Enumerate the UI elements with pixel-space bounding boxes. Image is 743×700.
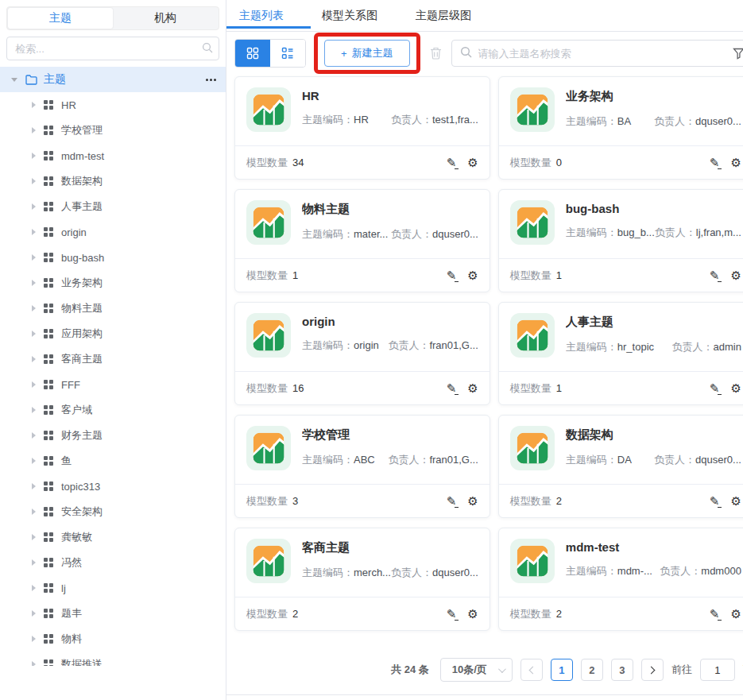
edit-icon[interactable]: ✎ bbox=[447, 608, 457, 620]
settings-gear-icon[interactable]: ⚙ bbox=[730, 382, 741, 394]
chevron-right-icon[interactable] bbox=[32, 254, 36, 261]
tree-item[interactable]: 应用架构 bbox=[0, 321, 226, 346]
topic-card[interactable]: HR 主题编码：HR 负责人：test1,fra... bbox=[234, 76, 490, 180]
topic-card[interactable]: 学校管理 主题编码：ABC 负责人：fran01,G... bbox=[234, 415, 490, 518]
edit-icon[interactable]: ✎ bbox=[710, 382, 720, 394]
chevron-right-icon[interactable] bbox=[32, 229, 36, 235]
tree-item[interactable]: origin bbox=[0, 219, 226, 245]
tree-item[interactable]: 数据架构 bbox=[0, 168, 226, 194]
tree-item[interactable]: 龚敏敏 bbox=[0, 524, 226, 550]
chevron-down-icon[interactable] bbox=[11, 78, 17, 82]
chevron-right-icon[interactable] bbox=[32, 407, 36, 413]
tree-item[interactable]: 财务主题 bbox=[0, 423, 226, 448]
edit-icon[interactable]: ✎ bbox=[710, 495, 720, 507]
tab-model-relation-graph[interactable]: 模型关系图 bbox=[322, 1, 377, 31]
page-button-2[interactable]: 2 bbox=[581, 659, 603, 681]
page-button-3[interactable]: 3 bbox=[611, 659, 633, 681]
edit-icon[interactable]: ✎ bbox=[447, 157, 457, 168]
prev-page-button[interactable] bbox=[520, 659, 543, 681]
topic-owner-value: test1,fra... bbox=[432, 114, 478, 126]
tree-item[interactable]: 鱼 bbox=[0, 448, 226, 474]
chevron-right-icon[interactable] bbox=[32, 636, 36, 642]
topic-card[interactable]: bug-bash 主题编码：bug_b... 负责人：lj,fran,m... bbox=[498, 189, 743, 292]
sidebar-tab-org[interactable]: 机构 bbox=[113, 8, 218, 29]
tree-item-label: 应用架构 bbox=[61, 327, 103, 341]
topic-card[interactable]: 人事主题 主题编码：hr_topic 负责人：admin bbox=[498, 302, 743, 405]
settings-gear-icon[interactable]: ⚙ bbox=[467, 269, 478, 281]
tree-item[interactable]: 题丰 bbox=[0, 601, 226, 626]
tab-topic-hierarchy-graph[interactable]: 主题层级图 bbox=[416, 1, 471, 31]
edit-icon[interactable]: ✎ bbox=[710, 269, 720, 281]
tree-item[interactable]: topic313 bbox=[0, 474, 226, 499]
more-options-icon[interactable] bbox=[206, 75, 216, 84]
next-page-button[interactable] bbox=[641, 659, 664, 681]
tree-item[interactable]: 学校管理 bbox=[0, 118, 226, 143]
tree-item[interactable]: FFF bbox=[0, 372, 226, 397]
chevron-right-icon[interactable] bbox=[32, 102, 36, 108]
settings-gear-icon[interactable]: ⚙ bbox=[730, 157, 741, 168]
chevron-right-icon[interactable] bbox=[32, 534, 36, 540]
filter-icon[interactable] bbox=[733, 48, 743, 60]
settings-gear-icon[interactable]: ⚙ bbox=[467, 495, 478, 507]
chevron-right-icon[interactable] bbox=[32, 203, 36, 210]
chevron-right-icon[interactable] bbox=[32, 458, 36, 464]
chevron-right-icon[interactable] bbox=[32, 559, 36, 566]
topic-card[interactable]: 物料主题 主题编码：mater... 负责人：dquser0... bbox=[234, 189, 490, 292]
chevron-right-icon[interactable] bbox=[32, 153, 36, 159]
chevron-right-icon[interactable] bbox=[32, 381, 36, 388]
card-view-button[interactable] bbox=[235, 40, 270, 67]
settings-gear-icon[interactable]: ⚙ bbox=[730, 269, 741, 281]
tree-item[interactable]: 业务架构 bbox=[0, 270, 226, 296]
settings-gear-icon[interactable]: ⚙ bbox=[730, 495, 741, 507]
tree-item[interactable]: lj bbox=[0, 575, 226, 601]
chevron-right-icon[interactable] bbox=[32, 305, 36, 311]
settings-gear-icon[interactable]: ⚙ bbox=[467, 608, 478, 620]
settings-gear-icon[interactable]: ⚙ bbox=[467, 382, 478, 394]
tree-item[interactable]: 冯然 bbox=[0, 550, 226, 575]
settings-gear-icon[interactable]: ⚙ bbox=[467, 157, 478, 168]
edit-icon[interactable]: ✎ bbox=[447, 269, 457, 281]
chevron-right-icon[interactable] bbox=[32, 661, 36, 666]
tree-item[interactable]: 人事主题 bbox=[0, 194, 226, 219]
delete-icon[interactable] bbox=[428, 47, 443, 60]
topic-card[interactable]: origin 主题编码：origin 负责人：fran01,G... bbox=[234, 302, 490, 405]
tree-item[interactable]: HR bbox=[0, 92, 226, 118]
chevron-right-icon[interactable] bbox=[32, 585, 36, 591]
chevron-right-icon[interactable] bbox=[32, 127, 36, 133]
goto-page-input[interactable] bbox=[700, 659, 735, 681]
tree-item[interactable]: 安全架构 bbox=[0, 499, 226, 524]
topic-search-input[interactable] bbox=[478, 48, 726, 60]
tree-root-topic[interactable]: 主题 bbox=[0, 67, 226, 92]
settings-gear-icon[interactable]: ⚙ bbox=[730, 608, 741, 620]
page-button-1[interactable]: 1 bbox=[551, 659, 573, 681]
edit-icon[interactable]: ✎ bbox=[710, 608, 720, 620]
sidebar-search-input[interactable] bbox=[6, 37, 219, 60]
topic-card[interactable]: mdm-test 主题编码：mdm-... 负责人：mdm000 bbox=[498, 528, 743, 631]
new-topic-button[interactable]: + 新建主题 bbox=[324, 40, 410, 67]
tree-item[interactable]: bug-bash bbox=[0, 245, 226, 270]
tree-item[interactable]: mdm-test bbox=[0, 143, 226, 168]
tree-item[interactable]: 数据推送 bbox=[0, 652, 226, 666]
tree-item[interactable]: 客户域 bbox=[0, 397, 226, 423]
edit-icon[interactable]: ✎ bbox=[447, 495, 457, 507]
chevron-right-icon[interactable] bbox=[32, 356, 36, 362]
chevron-right-icon[interactable] bbox=[32, 331, 36, 337]
chevron-right-icon[interactable] bbox=[32, 432, 36, 439]
tree-item[interactable]: 客商主题 bbox=[0, 346, 226, 372]
edit-icon[interactable]: ✎ bbox=[710, 157, 720, 168]
tree-item[interactable]: 物料 bbox=[0, 626, 226, 652]
model-count-label: 模型数量 bbox=[246, 269, 288, 283]
chevron-right-icon[interactable] bbox=[32, 483, 36, 489]
tree-item[interactable]: 物料主题 bbox=[0, 296, 226, 321]
topic-card[interactable]: 业务架构 主题编码：BA 负责人：dquser0... bbox=[498, 76, 743, 180]
topic-card[interactable]: 客商主题 主题编码：merch... 负责人：dquser0... bbox=[234, 528, 490, 631]
chevron-right-icon[interactable] bbox=[32, 178, 36, 184]
chevron-right-icon[interactable] bbox=[32, 280, 36, 286]
sidebar-tab-topic[interactable]: 主题 bbox=[8, 8, 113, 29]
topic-card[interactable]: 数据架构 主题编码：DA 负责人：dquser0... bbox=[498, 415, 743, 518]
page-size-select[interactable]: 10条/页 bbox=[440, 658, 513, 682]
chevron-right-icon[interactable] bbox=[32, 509, 36, 515]
list-view-button[interactable] bbox=[270, 40, 305, 67]
chevron-right-icon[interactable] bbox=[32, 610, 36, 617]
edit-icon[interactable]: ✎ bbox=[447, 382, 457, 394]
